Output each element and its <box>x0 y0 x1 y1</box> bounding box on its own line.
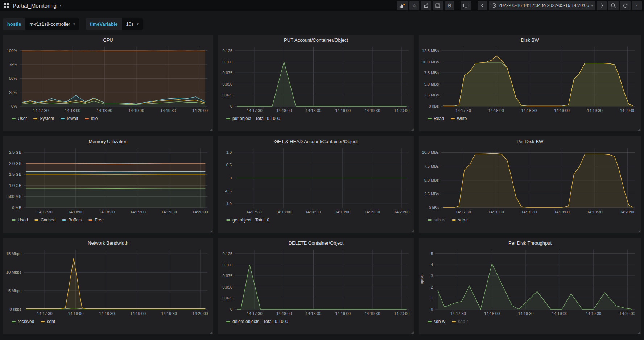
legend-item[interactable]: Write <box>451 116 467 121</box>
time-series-chart[interactable]: 14:17:3014:18:0014:18:3014:19:0014:19:30… <box>3 43 213 115</box>
legend-item[interactable]: User <box>12 116 27 121</box>
panel-resize-handle[interactable]: ◢ <box>638 229 640 233</box>
svg-text:-0.5: -0.5 <box>225 189 232 193</box>
dashboard-title-caret-icon[interactable]: ▾ <box>60 4 62 7</box>
svg-text:14:18:00: 14:18:00 <box>276 311 292 316</box>
legend-color-marker <box>452 219 456 221</box>
star-dashboard-button[interactable]: ☆ <box>409 1 419 10</box>
svg-text:0 MB: 0 MB <box>12 206 21 210</box>
panel-title[interactable]: DELETE Container/Object <box>218 238 414 246</box>
panel-legend: UsedCachedBuffersFree <box>3 216 213 223</box>
time-series-chart[interactable]: 14:17:3014:18:0014:18:3014:19:0014:19:30… <box>419 43 641 115</box>
legend-series-name: Free <box>95 217 104 223</box>
panel-title[interactable]: Network Bandwidth <box>3 238 213 246</box>
panel-title[interactable]: Per Disk BW <box>419 136 641 145</box>
svg-text:15 Mbps: 15 Mbps <box>6 252 22 256</box>
dashboards-grid-icon[interactable] <box>4 3 9 8</box>
panel-title[interactable]: GET & HEAD Account/Container/Object <box>218 136 414 145</box>
panel-title[interactable]: Memory Utilization <box>3 136 213 145</box>
time-series-chart[interactable]: 14:17:3014:18:0014:18:3014:19:0014:19:30… <box>419 145 641 216</box>
time-forward-button[interactable] <box>597 1 607 10</box>
time-back-button[interactable] <box>478 1 487 10</box>
svg-text:0.025: 0.025 <box>222 296 232 300</box>
legend-item[interactable]: Read <box>428 116 444 121</box>
svg-text:14:18:30: 14:18:30 <box>99 210 115 214</box>
share-icon <box>423 3 429 8</box>
svg-text:14:17:30: 14:17:30 <box>33 108 49 113</box>
legend-series-name: sent <box>47 319 55 324</box>
panel-legend: put objectTotal: 0.1000 <box>218 115 414 121</box>
panel-resize-handle[interactable]: ◢ <box>411 331 414 334</box>
svg-text:14:18:00: 14:18:00 <box>484 311 500 316</box>
time-series-chart[interactable]: 14:17:3014:18:0014:18:3014:19:0014:19:30… <box>3 145 213 216</box>
legend-item[interactable]: sdb-w <box>428 319 445 324</box>
legend-item[interactable]: Buffers <box>62 217 82 223</box>
legend-series-name: sdb-w <box>434 217 445 223</box>
svg-text:14:17:30: 14:17:30 <box>37 210 53 214</box>
panel-title[interactable]: Per Disk Throughput <box>419 238 641 246</box>
svg-text:12.5 MBs: 12.5 MBs <box>422 49 439 53</box>
save-dashboard-button[interactable] <box>433 1 443 10</box>
svg-text:14:17:30: 14:17:30 <box>37 311 53 316</box>
svg-text:0: 0 <box>431 307 433 311</box>
legend-item[interactable]: Iowait <box>61 116 78 121</box>
time-series-chart[interactable]: 14:17:3014:18:0014:18:3014:19:0014:19:30… <box>218 43 414 115</box>
panel-resize-handle[interactable]: ◢ <box>210 331 212 334</box>
time-range-picker-button[interactable]: 2022-05-16 14:17:04 to 2022-05-16 14:20:… <box>489 1 595 10</box>
refresh-dashboard-button[interactable] <box>620 1 631 10</box>
svg-text:0: 0 <box>230 104 232 108</box>
dashboard-panel: Network Bandwidth 14:17:3014:18:0014:18:… <box>3 238 213 334</box>
svg-text:14:18:00: 14:18:00 <box>488 210 504 214</box>
legend-item[interactable]: sdb-r <box>452 319 468 324</box>
svg-text:5 Mbps: 5 Mbps <box>8 289 22 293</box>
time-series-chart[interactable]: 14:17:3014:18:0014:18:3014:19:0014:19:30… <box>218 246 414 318</box>
share-dashboard-button[interactable] <box>421 1 431 10</box>
legend-series-name: idle <box>91 116 98 121</box>
panel-resize-handle[interactable]: ◢ <box>638 128 640 131</box>
zoom-out-time-button[interactable] <box>608 1 619 10</box>
legend-item[interactable]: System <box>33 116 54 121</box>
panel-resize-handle[interactable]: ◢ <box>411 229 414 233</box>
dashboard-panel: Disk BW 14:17:3014:18:0014:18:3014:19:00… <box>419 35 641 131</box>
legend-item[interactable]: Cached <box>34 217 55 223</box>
legend-item[interactable]: recieved <box>12 319 34 324</box>
variable-host-value-dropdown[interactable]: m-r1z1s8-controller ▾ <box>25 18 79 30</box>
panel-resize-handle[interactable]: ◢ <box>210 128 212 131</box>
svg-text:14:18:30: 14:18:30 <box>99 311 115 316</box>
time-series-chart[interactable]: 14:17:3014:18:0014:18:3014:19:0014:19:30… <box>3 246 213 318</box>
time-series-chart[interactable]: 14:17:3014:18:0014:18:3014:19:0014:19:30… <box>419 246 641 318</box>
legend-item[interactable]: put objectTotal: 0.1000 <box>226 116 280 121</box>
chevron-left-icon <box>480 3 484 8</box>
legend-item[interactable]: idle <box>85 116 98 121</box>
variable-timevariable-value-dropdown[interactable]: 10s ▾ <box>122 18 143 30</box>
panel-resize-handle[interactable]: ◢ <box>210 229 212 233</box>
time-series-chart[interactable]: 14:17:3014:18:0014:18:3014:19:0014:19:30… <box>218 145 414 216</box>
legend-item[interactable]: Free <box>88 217 104 223</box>
legend-item[interactable]: delete objectsTotal: 0.1000 <box>226 319 288 324</box>
variable-timevariable-label: timeVariable <box>86 18 122 30</box>
panel-title[interactable]: CPU <box>3 35 213 43</box>
add-panel-button[interactable] <box>397 1 408 10</box>
legend-item[interactable]: sdb-w <box>428 217 445 223</box>
panel-resize-handle[interactable]: ◢ <box>638 331 640 334</box>
panel-title[interactable]: PUT Account/Container/Object <box>218 35 414 43</box>
chevron-down-icon: ▾ <box>73 22 75 26</box>
legend-item[interactable]: sent <box>41 319 55 324</box>
legend-color-marker <box>428 219 432 221</box>
panel-legend: sdb-wsdb-r <box>419 216 641 223</box>
legend-item[interactable]: sdb-r <box>452 217 468 223</box>
legend-color-marker <box>451 118 455 119</box>
panel-title[interactable]: Disk BW <box>419 35 641 43</box>
svg-text:0.100: 0.100 <box>222 263 232 267</box>
dashboard-settings-button[interactable]: ⚙ <box>445 1 454 10</box>
dashboard-title[interactable]: Partial_Monitoring <box>13 3 57 9</box>
refresh-icon <box>623 3 628 8</box>
legend-series-name: User <box>18 116 27 121</box>
legend-item[interactable]: Used <box>12 217 28 223</box>
legend-series-name: System <box>40 116 54 121</box>
variable-host: hostIs m-r1z1s8-controller ▾ <box>3 18 79 30</box>
cycle-view-mode-button[interactable] <box>461 1 471 10</box>
panel-resize-handle[interactable]: ◢ <box>411 128 414 131</box>
refresh-interval-dropdown[interactable]: ▾ <box>632 1 642 10</box>
legend-item[interactable]: get objectTotal: 0 <box>226 217 269 223</box>
